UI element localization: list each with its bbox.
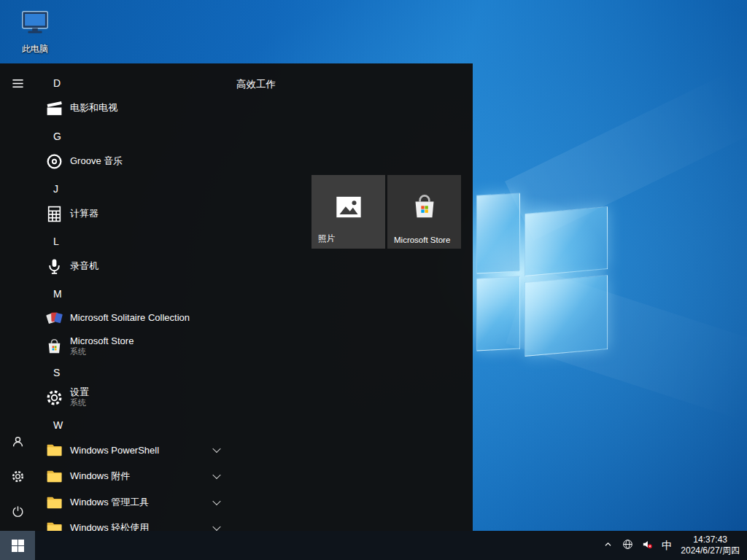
section-letter-g[interactable]: G [35, 128, 61, 145]
globe-network-icon [622, 538, 634, 553]
user-icon [11, 435, 25, 451]
groove-music-icon [45, 152, 63, 171]
tile-photos[interactable]: 照片 [311, 175, 385, 249]
expand-menu-button[interactable] [0, 67, 35, 102]
app-label: Windows PowerShell [70, 445, 159, 456]
section-letter-m[interactable]: M [35, 285, 62, 303]
app-row-windows-admin-tools[interactable]: Windows 管理工具 [35, 489, 268, 516]
app-list: D 电影和电视 G Groove 音乐 J [35, 63, 276, 531]
clock-date: 2024/6/27/周四 [681, 545, 740, 556]
tile-group-header[interactable]: 高效工作 [236, 78, 276, 91]
chevron-down-icon[interactable] [212, 497, 220, 505]
solitaire-icon [45, 308, 63, 327]
app-row-settings[interactable]: 设置 系统 [35, 381, 268, 413]
app-label: 录音机 [70, 260, 98, 273]
app-row-voice-recorder[interactable]: 录音机 [35, 253, 268, 279]
store-icon [410, 192, 439, 222]
clock-time: 14:37:43 [693, 534, 727, 545]
chevron-down-icon[interactable] [212, 523, 220, 531]
app-label: Microsoft Solitaire Collection [70, 312, 190, 323]
app-row-windows-ease-of-access[interactable]: Windows 轻松使用 [35, 515, 268, 531]
app-row-groove-music[interactable]: Groove 音乐 [35, 148, 268, 174]
start-menu: D 电影和电视 G Groove 音乐 J [0, 63, 473, 531]
app-row-windows-powershell[interactable]: Windows PowerShell [35, 437, 268, 463]
app-row-windows-accessories[interactable]: Windows 附件 [35, 463, 268, 489]
settings-button[interactable] [0, 460, 35, 495]
logo-pane [476, 192, 520, 273]
volume-button[interactable] [638, 531, 657, 560]
chevron-down-icon[interactable] [212, 445, 220, 453]
windows-logo-icon [12, 540, 24, 552]
voice-recorder-icon [45, 257, 63, 276]
app-sublabel: 系统 [70, 346, 133, 357]
ime-indicator[interactable]: 中 [657, 531, 676, 560]
chevron-down-icon[interactable] [212, 471, 220, 479]
start-button[interactable] [0, 531, 35, 560]
logo-pane [476, 276, 520, 351]
app-label: Groove 音乐 [70, 155, 123, 168]
app-sublabel: 系统 [70, 397, 89, 408]
calculator-icon [45, 205, 63, 223]
this-pc-label: 此电脑 [22, 43, 48, 55]
start-rail [0, 63, 35, 531]
app-row-movies-tv[interactable]: 电影和电视 [35, 95, 268, 121]
clock[interactable]: 14:37:43 2024/6/27/周四 [676, 531, 747, 560]
folder-icon [45, 467, 63, 486]
folder-icon [45, 441, 63, 459]
settings-gear-icon [45, 389, 63, 407]
app-label: Microsoft Store [70, 335, 133, 346]
logo-pane [525, 275, 608, 357]
network-status-button[interactable] [618, 531, 638, 560]
app-label: Windows 轻松使用 [70, 521, 149, 531]
tile-microsoft-store[interactable]: Microsoft Store [387, 175, 461, 249]
tile-group: 照片 Microsoft Store [311, 175, 461, 249]
tile-label: 照片 [318, 233, 335, 244]
screen: 此电脑 [0, 0, 747, 560]
section-letter-s[interactable]: S [35, 364, 60, 381]
app-label: 电影和电视 [70, 101, 117, 114]
app-row-solitaire[interactable]: Microsoft Solitaire Collection [35, 304, 268, 330]
section-letter-l[interactable]: L [35, 233, 59, 250]
app-label: 计算器 [70, 207, 98, 220]
store-icon [45, 338, 63, 356]
system-tray: 中 14:37:43 2024/6/27/周四 [598, 531, 747, 560]
app-label: Windows 附件 [70, 470, 130, 483]
section-letter-d[interactable]: D [35, 74, 61, 92]
tile-label: Microsoft Store [394, 236, 450, 244]
gear-icon [11, 470, 25, 486]
folder-icon [45, 494, 63, 512]
computer-monitor-icon [18, 6, 52, 42]
app-label: Windows 管理工具 [70, 496, 149, 509]
section-letter-w[interactable]: W [35, 416, 63, 434]
speaker-muted-icon [641, 538, 654, 553]
windows-hero-logo [471, 188, 616, 359]
power-button[interactable] [0, 495, 35, 530]
folder-icon [45, 519, 63, 532]
tray-expand-button[interactable] [598, 531, 618, 560]
section-letter-j[interactable]: J [35, 180, 58, 198]
this-pc-icon[interactable]: 此电脑 [7, 6, 63, 55]
photos-icon [334, 192, 363, 222]
taskbar: 中 14:37:43 2024/6/27/周四 [0, 531, 747, 560]
movies-tv-icon [45, 99, 63, 117]
power-icon [11, 505, 25, 521]
hamburger-icon [11, 77, 25, 93]
app-row-microsoft-store[interactable]: Microsoft Store 系统 [35, 330, 268, 362]
app-label: 设置 [70, 386, 89, 397]
logo-pane [525, 206, 608, 276]
user-account-button[interactable] [0, 425, 35, 460]
app-row-calculator[interactable]: 计算器 [35, 201, 268, 227]
chevron-up-icon [602, 538, 614, 553]
